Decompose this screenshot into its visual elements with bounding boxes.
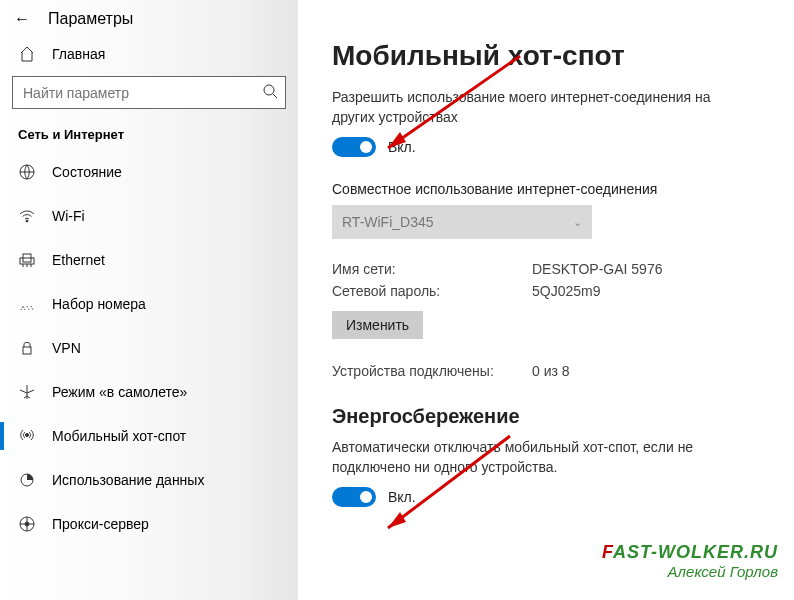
svg-point-10 xyxy=(26,434,29,437)
power-toggle-state: Вкл. xyxy=(388,489,416,505)
wifi-icon xyxy=(18,208,36,224)
sidebar-item-proxy[interactable]: Прокси-сервер xyxy=(0,502,298,546)
devices-value: 0 из 8 xyxy=(532,363,570,379)
svg-rect-5 xyxy=(20,258,34,264)
sidebar-item-label: Мобильный хот-спот xyxy=(52,428,186,444)
svg-line-1 xyxy=(273,94,277,98)
section-label: Сеть и Интернет xyxy=(0,121,298,150)
header-bar: ← Параметры xyxy=(0,0,298,32)
sidebar-item-label: Использование данных xyxy=(52,472,204,488)
window-title: Параметры xyxy=(48,10,133,28)
vpn-icon xyxy=(18,340,36,356)
sidebar-item-datausage[interactable]: Использование данных xyxy=(0,458,298,502)
share-toggle-state: Вкл. xyxy=(388,139,416,155)
ethernet-icon xyxy=(18,252,36,268)
share-description: Разрешить использование моего интернет-с… xyxy=(332,88,756,127)
nav-list: Состояние Wi-Fi Ethernet Набор номера xyxy=(0,150,298,600)
network-name-label: Имя сети: xyxy=(332,261,532,277)
share-conn-label: Совместное использование интернет-соедин… xyxy=(332,181,756,197)
home-icon xyxy=(18,46,36,62)
sidebar-item-wifi[interactable]: Wi-Fi xyxy=(0,194,298,238)
home-label: Главная xyxy=(52,46,105,62)
sidebar: ← Параметры Главная Сеть и Интернет xyxy=(0,0,298,600)
globe-icon xyxy=(18,164,36,180)
sidebar-item-vpn[interactable]: VPN xyxy=(0,326,298,370)
proxy-icon xyxy=(18,516,36,532)
sidebar-item-dialup[interactable]: Набор номера xyxy=(0,282,298,326)
share-toggle[interactable] xyxy=(332,137,376,157)
sidebar-item-label: Режим «в самолете» xyxy=(52,384,187,400)
sidebar-item-label: Ethernet xyxy=(52,252,105,268)
hotspot-icon xyxy=(18,428,36,444)
svg-point-13 xyxy=(25,522,29,526)
power-title: Энергосбережение xyxy=(332,405,756,428)
network-pass-value: 5QJ025m9 xyxy=(532,283,600,299)
network-name-row: Имя сети: DESKTOP-GAI 5976 xyxy=(332,261,756,277)
sidebar-item-airplane[interactable]: Режим «в самолете» xyxy=(0,370,298,414)
datausage-icon xyxy=(18,472,36,488)
chevron-down-icon: ⌄ xyxy=(573,216,582,229)
sidebar-item-status[interactable]: Состояние xyxy=(0,150,298,194)
power-description: Автоматически отключать мобильный хот-сп… xyxy=(332,438,756,477)
network-name-value: DESKTOP-GAI 5976 xyxy=(532,261,662,277)
sidebar-item-ethernet[interactable]: Ethernet xyxy=(0,238,298,282)
search-box[interactable] xyxy=(12,76,286,109)
power-toggle-row: Вкл. xyxy=(332,487,756,507)
settings-window: ← Параметры Главная Сеть и Интернет xyxy=(0,0,794,600)
svg-rect-9 xyxy=(23,347,31,354)
svg-point-0 xyxy=(264,85,274,95)
devices-label: Устройства подключены: xyxy=(332,363,532,379)
search-input[interactable] xyxy=(13,85,255,101)
content-pane: Мобильный хот-спот Разрешить использован… xyxy=(298,0,794,600)
search-wrap xyxy=(12,76,286,109)
sidebar-item-label: VPN xyxy=(52,340,81,356)
share-conn-value: RT-WiFi_D345 xyxy=(342,214,434,230)
network-pass-row: Сетевой пароль: 5QJ025m9 xyxy=(332,283,756,299)
page-title: Мобильный хот-спот xyxy=(332,40,756,72)
search-icon xyxy=(255,83,285,102)
sidebar-item-hotspot[interactable]: Мобильный хот-спот xyxy=(0,414,298,458)
sidebar-item-label: Прокси-сервер xyxy=(52,516,149,532)
edit-button[interactable]: Изменить xyxy=(332,311,423,339)
svg-point-3 xyxy=(26,220,28,222)
share-toggle-row: Вкл. xyxy=(332,137,756,157)
home-nav-item[interactable]: Главная xyxy=(0,32,298,76)
sidebar-item-label: Wi-Fi xyxy=(52,208,85,224)
devices-row: Устройства подключены: 0 из 8 xyxy=(332,363,756,379)
network-pass-label: Сетевой пароль: xyxy=(332,283,532,299)
sidebar-item-label: Набор номера xyxy=(52,296,146,312)
sidebar-item-label: Состояние xyxy=(52,164,122,180)
share-conn-dropdown[interactable]: RT-WiFi_D345 ⌄ xyxy=(332,205,592,239)
power-toggle[interactable] xyxy=(332,487,376,507)
dialup-icon xyxy=(18,296,36,312)
airplane-icon xyxy=(18,384,36,400)
back-arrow-icon[interactable]: ← xyxy=(14,10,30,28)
